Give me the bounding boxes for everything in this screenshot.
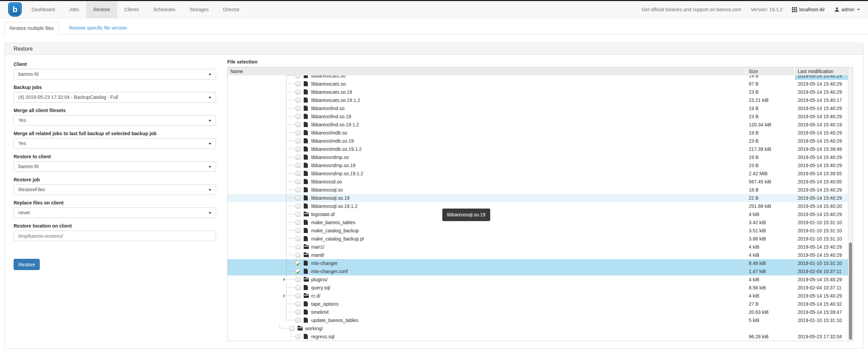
- restore-button[interactable]: Restore: [14, 259, 40, 270]
- row-checkbox[interactable]: [296, 106, 300, 111]
- row-checkbox[interactable]: [296, 261, 300, 266]
- table-row[interactable]: tape_options27 B2019-05-14 15:40:32: [228, 300, 853, 308]
- table-row[interactable]: query.sql8.56 kiB2019-02-04 10:37:11: [228, 284, 853, 292]
- table-row[interactable]: libbareoslmdb.so.19.1.2217.39 kiB2019-05…: [228, 145, 853, 153]
- row-checkbox[interactable]: [296, 122, 300, 127]
- table-row[interactable]: man8/4 kiB2019-05-14 15:40:29: [228, 251, 853, 259]
- vertical-scrollbar[interactable]: [848, 67, 853, 341]
- table-row[interactable]: mtx-changer8.48 kiB2019-01-10 15:31:10: [228, 259, 853, 267]
- table-row[interactable]: man1/4 kiB2019-05-14 15:40:29: [228, 243, 853, 251]
- table-row[interactable]: make_bareos_tables3.42 kiB2019-01-10 15:…: [228, 218, 853, 227]
- table-row[interactable]: libbareossql.so18 B2019-05-14 15:40:29: [228, 186, 853, 194]
- nav-item-restore[interactable]: Restore: [86, 1, 117, 18]
- table-row[interactable]: make_catalog_backup.pl3.88 kiB2019-01-10…: [228, 235, 853, 243]
- column-header-size[interactable]: Size: [746, 67, 795, 75]
- backup-jobs-select[interactable]: (4) 2019-05-23 17:32:04 - BackupCatalog …: [14, 92, 216, 103]
- restore-to-client-select[interactable]: bareos-fd: [14, 161, 216, 172]
- row-checkbox[interactable]: [296, 179, 300, 184]
- row-checkbox[interactable]: [296, 293, 300, 298]
- table-row[interactable]: libbareossql.so.19.1.2251.88 kiB2019-05-…: [228, 202, 853, 210]
- row-checkbox[interactable]: [296, 310, 300, 315]
- merge-all-client-filesets-select[interactable]: Yes: [14, 115, 216, 126]
- row-checkbox[interactable]: [296, 204, 300, 209]
- file-last-modification: 2019-05-14 15:40:29: [795, 129, 848, 137]
- row-checkbox[interactable]: [296, 334, 300, 339]
- table-row[interactable]: regress.sql96.28 kiB2019-05-23 17:32:04: [228, 333, 853, 341]
- scrollbar-thumb[interactable]: [849, 243, 852, 340]
- row-checkbox[interactable]: [296, 269, 300, 274]
- restore-location-on-client-input[interactable]: [14, 231, 216, 241]
- row-checkbox[interactable]: [296, 90, 300, 94]
- row-checkbox[interactable]: [296, 155, 300, 160]
- table-row[interactable]: rc.d/4 kiB2019-05-14 15:40:29: [228, 292, 853, 300]
- table-row[interactable]: logrotate.d/4 kiB2019-05-14 15:40:29: [228, 210, 853, 218]
- column-header-name[interactable]: Name: [228, 67, 746, 75]
- table-row[interactable]: libbareosfind.so.1923 B2019-05-14 15:40:…: [228, 112, 853, 121]
- row-checkbox[interactable]: [296, 285, 300, 290]
- table-row[interactable]: libbareosfind.so19 B2019-05-14 15:40:29: [228, 104, 853, 112]
- nav-item-schedules[interactable]: Schedules: [146, 1, 182, 18]
- nav-item-jobs[interactable]: Jobs: [62, 1, 87, 18]
- table-row[interactable]: make_catalog_backup3.51 kiB2019-01-10 15…: [228, 227, 853, 235]
- tooltip: libbareossql.so.19: [442, 209, 490, 221]
- expand-icon[interactable]: [283, 294, 285, 298]
- brand[interactable]: b: [8, 1, 22, 18]
- row-checkbox[interactable]: [296, 98, 300, 103]
- table-row[interactable]: libbareossql.so.1922 B2019-05-14 15:40:2…: [228, 194, 853, 202]
- replace-files-on-client-select[interactable]: never: [14, 208, 216, 218]
- table-row[interactable]: update_bareos_tables5 kiB2019-01-10 15:3…: [228, 316, 853, 324]
- restore-job-select[interactable]: RestoreFiles: [14, 184, 216, 195]
- row-checkbox[interactable]: [296, 277, 300, 282]
- user-menu[interactable]: admin: [834, 7, 860, 12]
- tab-restore-multiple-files[interactable]: Restore multiple files: [4, 22, 59, 34]
- table-row[interactable]: libbareosndmp.so.19.1.22.42 MiB2019-05-1…: [228, 169, 853, 178]
- nav-item-director[interactable]: Director: [216, 1, 247, 18]
- table-row[interactable]: libbareoscats.so.1923 B2019-05-14 15:40:…: [228, 88, 853, 96]
- director-menu[interactable]: localhost-dir: [792, 7, 825, 12]
- nav-item-dashboard[interactable]: Dashboard: [24, 1, 62, 18]
- row-checkbox[interactable]: [296, 163, 300, 168]
- row-checkbox[interactable]: [296, 82, 300, 86]
- table-row[interactable]: libbareosndmp.so.1923 B2019-05-14 15:40:…: [228, 161, 853, 169]
- row-checkbox[interactable]: [296, 245, 300, 249]
- row-checkbox[interactable]: [296, 147, 300, 151]
- row-checkbox[interactable]: [296, 139, 300, 143]
- nav-item-storages[interactable]: Storages: [182, 1, 216, 18]
- support-link[interactable]: Get official binaries and support on bar…: [642, 7, 741, 12]
- row-checkbox[interactable]: [296, 187, 300, 192]
- table-row[interactable]: libbareoslmdb.so.1923 B2019-05-14 15:40:…: [228, 137, 853, 145]
- row-checkbox[interactable]: [296, 114, 300, 119]
- row-checkbox[interactable]: [296, 75, 300, 78]
- table-row[interactable]: libbareoscats.so19 B2019-05-14 15:40:29: [228, 75, 853, 80]
- row-checkbox[interactable]: [296, 212, 300, 217]
- table-row[interactable]: libbareoscats.so.19.1.223.21 kiB2019-05-…: [228, 96, 853, 104]
- table-row[interactable]: plugins/4 kiB2019-05-14 15:40:29: [228, 275, 853, 284]
- row-checkbox[interactable]: [296, 236, 300, 241]
- table-row[interactable]: libbareoscats.so.87 B2019-05-14 15:40:29: [228, 80, 853, 88]
- row-checkbox[interactable]: [296, 318, 300, 323]
- table-row[interactable]: working/: [228, 324, 853, 333]
- row-checkbox[interactable]: [296, 196, 300, 200]
- row-checkbox[interactable]: [296, 171, 300, 176]
- tab-restore-specific-file-version[interactable]: Restore specific file version: [62, 22, 134, 34]
- client-select[interactable]: bareos-fd: [14, 69, 216, 79]
- row-checkbox[interactable]: [296, 253, 300, 257]
- nav-item-clients[interactable]: Clients: [117, 1, 146, 18]
- column-header-last-modification[interactable]: Last modification: [795, 67, 848, 75]
- row-checkbox[interactable]: [296, 302, 300, 306]
- table-row[interactable]: libbareoslmdb.so19 B2019-05-14 15:40:29: [228, 129, 853, 137]
- table-row[interactable]: libbareossd.so567.45 kiB2019-05-14 15:40…: [228, 178, 853, 186]
- table-row[interactable]: mtx-changer.conf1.47 kiB2019-02-04 10:37…: [228, 267, 853, 275]
- table-row[interactable]: libbareosndmp.so19 B2019-05-14 15:40:29: [228, 153, 853, 161]
- table-row[interactable]: libbareosfind.so.19.1.2120.34 kiB2019-05…: [228, 121, 853, 129]
- expand-icon[interactable]: [283, 278, 285, 281]
- row-checkbox[interactable]: [296, 228, 300, 233]
- row-checkbox[interactable]: [296, 220, 300, 225]
- table-row[interactable]: timelimit20.63 kiB2019-05-14 15:39:47: [228, 308, 853, 316]
- file-name: make_catalog_backup.pl: [311, 235, 364, 243]
- row-checkbox[interactable]: [289, 326, 294, 331]
- file-icon: [304, 269, 308, 274]
- row-checkbox[interactable]: [296, 130, 300, 135]
- merge-all-related-jobs-to-last-full-backup-of-selected-backup-job-select[interactable]: Yes: [14, 138, 216, 149]
- form-group-restore-job: Restore jobRestoreFiles: [14, 177, 216, 195]
